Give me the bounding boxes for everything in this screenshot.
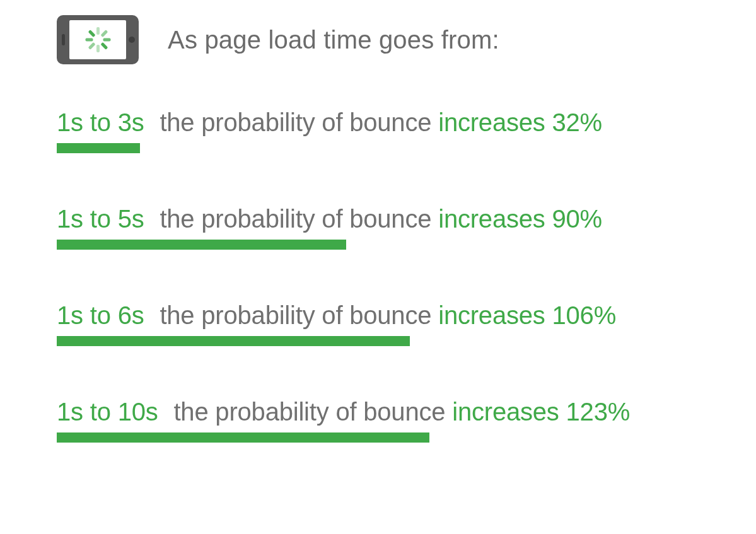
increase-label: increases 32%	[438, 108, 602, 136]
chart-header: As page load time goes from:	[57, 15, 699, 64]
increase-label: increases 106%	[438, 301, 616, 329]
phone-loading-icon	[57, 15, 139, 64]
time-range: 1s to 3s	[57, 108, 144, 136]
data-row: 1s to 6s the probability of bounce incre…	[57, 301, 699, 346]
data-row: 1s to 10s the probability of bounce incr…	[57, 398, 699, 443]
bar-track	[57, 432, 699, 443]
row-text: 1s to 5s the probability of bounce incre…	[57, 205, 699, 233]
increase-label: increases 123%	[452, 398, 630, 426]
bar-track	[57, 143, 699, 153]
percent-value: 106%	[552, 301, 617, 329]
percent-value: 32%	[552, 108, 602, 136]
phone-screen	[69, 20, 126, 59]
chart-container: As page load time goes from: 1s to 3s th…	[0, 0, 756, 468]
row-middle-text: the probability of bounce	[160, 108, 431, 136]
row-middle-text: the probability of bounce	[160, 205, 431, 233]
bar-track	[57, 336, 699, 346]
row-text: 1s to 6s the probability of bounce incre…	[57, 301, 699, 330]
bar-fill	[57, 336, 410, 346]
data-row: 1s to 5s the probability of bounce incre…	[57, 205, 699, 250]
row-text: 1s to 10s the probability of bounce incr…	[57, 398, 699, 426]
row-text: 1s to 3s the probability of bounce incre…	[57, 108, 699, 137]
row-middle-text: the probability of bounce	[160, 301, 431, 329]
increase-label: increases 90%	[438, 205, 602, 233]
percent-value: 123%	[566, 398, 631, 426]
row-middle-text: the probability of bounce	[173, 398, 445, 426]
bar-fill	[57, 143, 140, 153]
chart-title: As page load time goes from:	[168, 26, 499, 54]
bar-fill	[57, 240, 346, 250]
bar-track	[57, 240, 699, 250]
bar-fill	[57, 432, 429, 443]
loading-spinner-icon	[85, 27, 110, 52]
percent-value: 90%	[552, 205, 602, 233]
time-range: 1s to 5s	[57, 205, 144, 233]
time-range: 1s to 6s	[57, 301, 144, 329]
data-row: 1s to 3s the probability of bounce incre…	[57, 108, 699, 153]
time-range: 1s to 10s	[57, 398, 158, 426]
